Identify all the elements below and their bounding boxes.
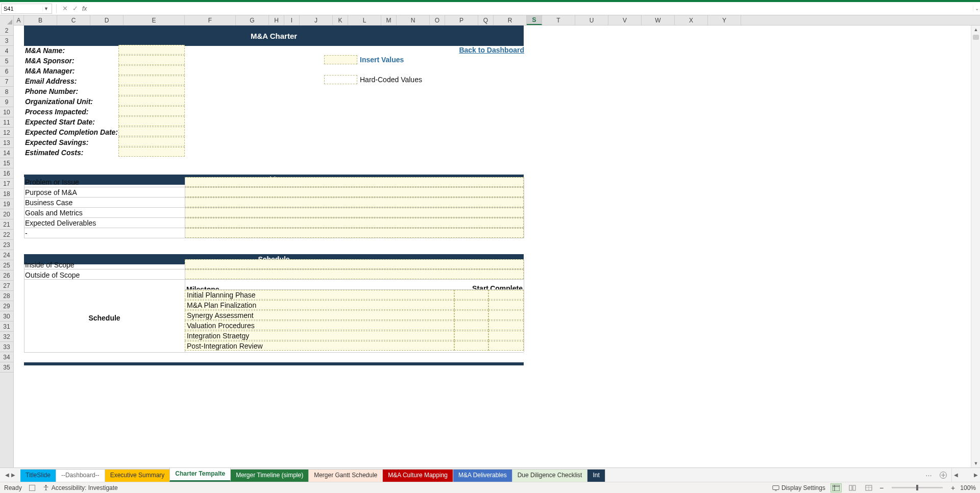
info-input-cell[interactable] [118, 127, 185, 136]
milestone-start-cell[interactable] [454, 300, 488, 310]
col-header-S[interactable]: S [527, 15, 542, 25]
row-header-24[interactable]: 24 [0, 250, 13, 260]
sheet-tab[interactable]: Int [587, 469, 605, 482]
horizontal-scroll-segment[interactable]: ◀ ▶ [951, 468, 980, 482]
info-input-cell[interactable] [118, 65, 185, 75]
col-header-U[interactable]: U [575, 15, 608, 25]
zoom-slider-thumb[interactable] [916, 485, 918, 490]
row-header-8[interactable]: 8 [0, 87, 13, 97]
select-all-button[interactable] [0, 15, 14, 26]
sheet-tab[interactable]: Merger Timeline (simple) [230, 469, 309, 482]
milestone-cell[interactable]: Valuation Procedures [185, 321, 454, 330]
back-to-dashboard-link[interactable]: Back to Dashboard [443, 45, 524, 55]
col-header-T[interactable]: T [542, 15, 575, 25]
new-sheet-button[interactable] [935, 468, 951, 482]
view-normal-button[interactable] [830, 483, 842, 492]
col-header-B[interactable]: B [24, 15, 57, 25]
row-header-3[interactable]: 3 [0, 36, 13, 46]
row-header-29[interactable]: 29 [0, 301, 13, 311]
info-input-cell[interactable] [118, 76, 185, 85]
row-header-13[interactable]: 13 [0, 138, 13, 148]
problems-input-cell[interactable] [185, 198, 524, 207]
row-header-5[interactable]: 5 [0, 56, 13, 66]
row-header-15[interactable]: 15 [0, 158, 13, 168]
tab-nav-prev-icon[interactable]: ◀ [5, 472, 9, 478]
col-header-K[interactable]: K [333, 15, 348, 25]
col-header-W[interactable]: W [642, 15, 675, 25]
row-header-11[interactable]: 11 [0, 117, 13, 128]
col-header-E[interactable]: E [124, 15, 185, 25]
col-header-J[interactable]: J [300, 15, 333, 25]
row-header-27[interactable]: 27 [0, 281, 13, 291]
info-input-cell[interactable] [118, 86, 185, 95]
row-header-25[interactable]: 25 [0, 260, 13, 270]
milestone-start-cell[interactable] [454, 310, 488, 320]
info-input-cell[interactable] [118, 96, 185, 106]
scroll-thumb[interactable] [973, 35, 979, 40]
info-input-cell[interactable] [118, 147, 185, 157]
sheet-tab[interactable]: Due Diligence Checklist [512, 469, 588, 482]
milestone-complete-cell[interactable] [488, 321, 524, 330]
row-header-35[interactable]: 35 [0, 362, 13, 373]
sheet-tab[interactable]: Charter Tempalte [169, 468, 231, 482]
col-header-L[interactable]: L [348, 15, 381, 25]
col-header-O[interactable]: O [430, 15, 445, 25]
accept-formula-icon[interactable]: ✓ [70, 5, 80, 12]
row-header-12[interactable]: 12 [0, 128, 13, 138]
milestone-cell[interactable]: Post-Integration Review [185, 341, 454, 351]
row-header-30[interactable]: 30 [0, 311, 13, 322]
tab-nav-next-icon[interactable]: ▶ [11, 472, 15, 478]
milestone-start-cell[interactable] [454, 321, 488, 330]
info-input-cell[interactable] [118, 137, 185, 146]
sheet-tab[interactable]: Merger Gantt Schedule [308, 469, 383, 482]
milestone-cell[interactable]: Initial Planning Phase [185, 290, 454, 300]
row-header-10[interactable]: 10 [0, 107, 13, 117]
row-header-34[interactable]: 34 [0, 352, 13, 362]
col-header-N[interactable]: N [397, 15, 430, 25]
row-header-26[interactable]: 26 [0, 270, 13, 281]
milestone-cell[interactable]: M&A Plan Finalization [185, 300, 454, 310]
view-page-layout-button[interactable] [847, 483, 858, 492]
sheet-tab[interactable]: Executive Summary [105, 469, 170, 482]
tabs-overflow-icon[interactable]: … [922, 468, 935, 482]
info-input-cell[interactable] [118, 55, 185, 65]
scope-input-cell[interactable] [185, 269, 524, 279]
sheet-tab[interactable]: M&A Deliverables [453, 469, 512, 482]
cells-area[interactable]: M&A Charter Back to Dashboard M&A Name:M… [14, 26, 971, 467]
row-header-16[interactable]: 16 [0, 168, 13, 179]
hscroll-right-icon[interactable]: ▶ [974, 472, 978, 478]
row-header-21[interactable]: 21 [0, 219, 13, 230]
row-header-33[interactable]: 33 [0, 342, 13, 352]
formula-input[interactable] [89, 4, 973, 14]
col-header-G[interactable]: G [236, 15, 269, 25]
row-header-4[interactable]: 4 [0, 46, 13, 56]
col-header-M[interactable]: M [381, 15, 397, 25]
row-header-2[interactable]: 2 [0, 26, 13, 36]
sheet-tab[interactable]: M&A Culture Mapping [382, 469, 453, 482]
problems-input-cell[interactable] [185, 177, 524, 187]
milestone-complete-cell[interactable] [488, 300, 524, 310]
milestone-cell[interactable]: Synergy Assessment [185, 310, 454, 320]
col-header-H[interactable]: H [269, 15, 284, 25]
name-box[interactable]: S41 ▼ [1, 4, 52, 14]
col-header-D[interactable]: D [90, 15, 124, 25]
col-header-R[interactable]: R [494, 15, 527, 25]
milestone-complete-cell[interactable] [488, 290, 524, 300]
row-header-6[interactable]: 6 [0, 66, 13, 77]
zoom-in-button[interactable]: + [951, 484, 955, 492]
scroll-down-icon[interactable]: ▼ [971, 459, 980, 467]
scope-input-cell[interactable] [185, 259, 524, 269]
macro-recording-icon[interactable] [29, 485, 35, 491]
col-header-X[interactable]: X [675, 15, 708, 25]
milestone-complete-cell[interactable] [488, 310, 524, 320]
expand-formula-bar-icon[interactable]: ⌄ [973, 6, 980, 11]
col-header-F[interactable]: F [185, 15, 236, 25]
milestone-complete-cell[interactable] [488, 331, 524, 340]
accessibility-status[interactable]: Accessibility: Investigate [42, 484, 118, 491]
milestone-start-cell[interactable] [454, 341, 488, 351]
row-header-18[interactable]: 18 [0, 189, 13, 199]
problems-input-cell[interactable] [185, 218, 524, 228]
row-header-32[interactable]: 32 [0, 332, 13, 342]
row-header-28[interactable]: 28 [0, 291, 13, 301]
hscroll-left-icon[interactable]: ◀ [954, 472, 958, 478]
